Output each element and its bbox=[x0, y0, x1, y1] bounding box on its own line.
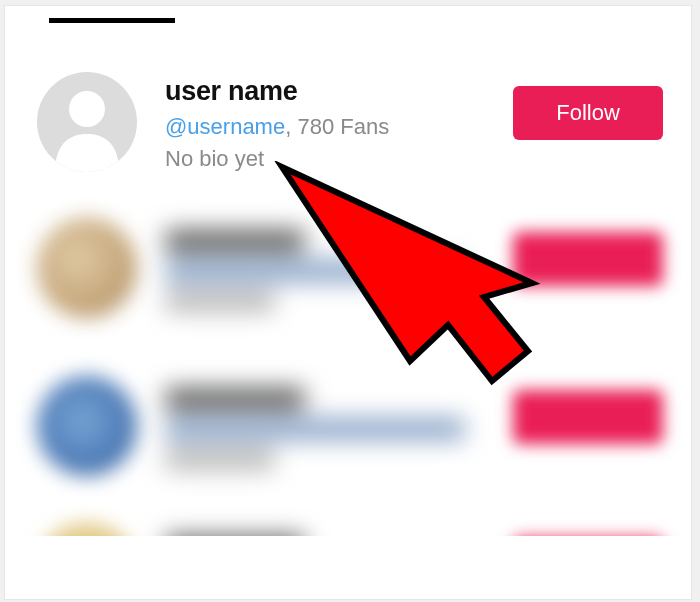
avatar bbox=[37, 218, 137, 318]
person-icon bbox=[37, 72, 137, 172]
user-info bbox=[165, 218, 513, 320]
fans-count: , 780 Fans bbox=[285, 114, 389, 139]
user-row-blurred bbox=[5, 190, 691, 348]
display-name: user name bbox=[165, 76, 513, 107]
user-row-blurred bbox=[5, 348, 691, 506]
user-list-panel: user name @username, 780 Fans No bio yet… bbox=[4, 5, 692, 600]
avatar bbox=[37, 376, 137, 476]
user-row-blurred bbox=[5, 506, 691, 536]
sub-line: @username, 780 Fans bbox=[165, 113, 513, 142]
bio-text: No bio yet bbox=[165, 146, 513, 172]
follow-button[interactable]: Follow bbox=[513, 86, 663, 140]
active-tab-indicator bbox=[49, 18, 175, 23]
handle-link[interactable]: @username bbox=[165, 114, 285, 139]
user-info bbox=[165, 524, 513, 536]
follow-button bbox=[513, 232, 663, 286]
svg-point-0 bbox=[69, 91, 105, 127]
avatar[interactable] bbox=[37, 72, 137, 172]
avatar bbox=[37, 524, 137, 536]
follow-button bbox=[513, 390, 663, 444]
user-info bbox=[165, 376, 513, 478]
user-row[interactable]: user name @username, 780 Fans No bio yet… bbox=[5, 54, 691, 190]
user-info: user name @username, 780 Fans No bio yet bbox=[165, 72, 513, 172]
